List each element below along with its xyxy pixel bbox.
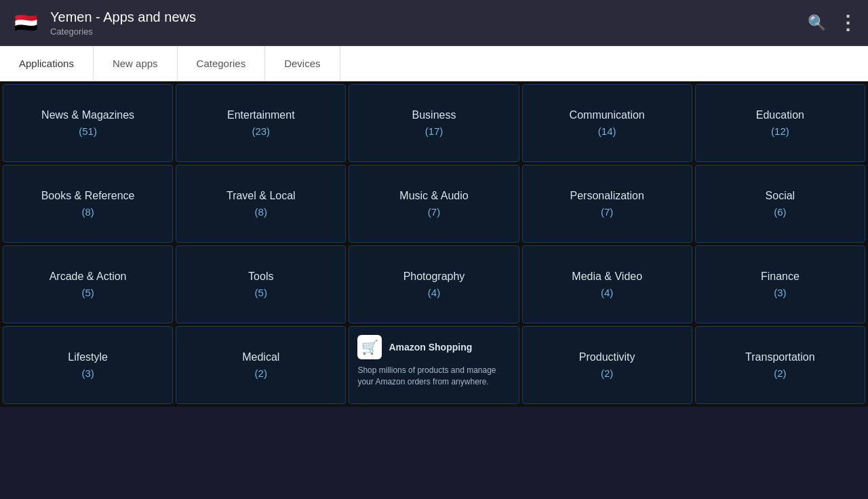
category-name: Education xyxy=(751,109,810,121)
app-subtitle: Categories xyxy=(50,26,808,37)
category-card[interactable]: Books & Reference (8) xyxy=(3,165,173,243)
category-name: Transportation xyxy=(740,351,821,363)
ad-icon: 🛒 xyxy=(357,335,382,359)
category-count: (17) xyxy=(425,125,443,137)
flag-icon: 🇾🇪 xyxy=(11,8,41,38)
category-count: (4) xyxy=(428,287,440,298)
ad-card[interactable]: 🛒 Amazon Shopping Shop millions of produ… xyxy=(349,326,519,404)
category-card[interactable]: Arcade & Action (5) xyxy=(3,245,173,323)
tab-applications[interactable]: Applications xyxy=(0,46,94,81)
category-name: Entertainment xyxy=(222,109,300,121)
app-title: Yemen - Apps and news xyxy=(50,9,808,25)
category-card[interactable]: News & Magazines (51) xyxy=(3,84,173,162)
tab-new-apps[interactable]: New apps xyxy=(94,46,178,81)
category-card[interactable]: Music & Audio (7) xyxy=(349,165,519,243)
category-count: (7) xyxy=(428,206,440,218)
category-count: (8) xyxy=(81,206,94,218)
category-card[interactable]: Business (17) xyxy=(349,84,519,162)
category-card[interactable]: Communication (14) xyxy=(522,84,692,162)
category-card[interactable]: Productivity (2) xyxy=(522,326,692,404)
category-count: (51) xyxy=(79,125,97,137)
tab-devices[interactable]: Devices xyxy=(265,46,340,81)
category-card[interactable]: Education (12) xyxy=(695,84,865,162)
category-name: Tools xyxy=(243,271,279,283)
category-count: (8) xyxy=(255,206,267,218)
category-count: (2) xyxy=(774,367,786,379)
category-count: (2) xyxy=(601,367,613,379)
category-name: Communication xyxy=(564,109,650,121)
category-card[interactable]: Photography (4) xyxy=(349,245,519,323)
category-card[interactable]: Social (6) xyxy=(695,165,865,243)
categories-grid: News & Magazines (51) Entertainment (23)… xyxy=(0,81,868,407)
category-name: Media & Video xyxy=(566,271,648,283)
category-name: Arcade & Action xyxy=(44,271,132,283)
category-name: Photography xyxy=(398,271,471,283)
category-count: (6) xyxy=(774,206,786,218)
ad-description: Shop millions of products and manage you… xyxy=(357,365,510,388)
ad-title: Amazon Shopping xyxy=(389,342,472,353)
category-card[interactable]: Medical (2) xyxy=(176,326,346,404)
category-card[interactable]: Travel & Local (8) xyxy=(176,165,346,243)
category-name: Productivity xyxy=(574,351,641,363)
category-count: (3) xyxy=(81,367,94,379)
category-name: Medical xyxy=(237,351,285,363)
category-name: Personalization xyxy=(564,190,649,202)
category-count: (23) xyxy=(252,125,270,137)
category-card[interactable]: Lifestyle (3) xyxy=(3,326,173,404)
category-card[interactable]: Tools (5) xyxy=(176,245,346,323)
category-card[interactable]: Personalization (7) xyxy=(522,165,692,243)
more-menu-icon[interactable]: ⋮ xyxy=(838,12,857,34)
category-card[interactable]: Finance (3) xyxy=(695,245,865,323)
category-name: Social xyxy=(760,190,801,202)
header-actions: 🔍 ⋮ xyxy=(808,12,857,34)
category-card[interactable]: Entertainment (23) xyxy=(176,84,346,162)
category-count: (14) xyxy=(598,125,616,137)
nav-tabs: Applications New apps Categories Devices xyxy=(0,46,868,81)
category-count: (7) xyxy=(601,206,613,218)
category-name: News & Magazines xyxy=(36,109,140,121)
category-name: Books & Reference xyxy=(36,190,140,202)
category-name: Lifestyle xyxy=(62,351,113,363)
category-name: Finance xyxy=(755,271,805,283)
category-name: Travel & Local xyxy=(221,190,301,202)
category-count: (5) xyxy=(255,287,267,298)
category-count: (4) xyxy=(601,287,613,298)
category-count: (5) xyxy=(81,287,94,298)
category-name: Business xyxy=(407,109,462,121)
category-count: (2) xyxy=(255,367,267,379)
header-text: Yemen - Apps and news Categories xyxy=(50,9,808,37)
tab-categories[interactable]: Categories xyxy=(178,46,266,81)
header: 🇾🇪 Yemen - Apps and news Categories 🔍 ⋮ xyxy=(0,0,868,46)
category-name: Music & Audio xyxy=(394,190,473,202)
category-count: (12) xyxy=(771,125,789,137)
category-count: (3) xyxy=(774,287,786,298)
search-icon[interactable]: 🔍 xyxy=(808,14,826,32)
category-card[interactable]: Media & Video (4) xyxy=(522,245,692,323)
category-card[interactable]: Transportation (2) xyxy=(695,326,865,404)
